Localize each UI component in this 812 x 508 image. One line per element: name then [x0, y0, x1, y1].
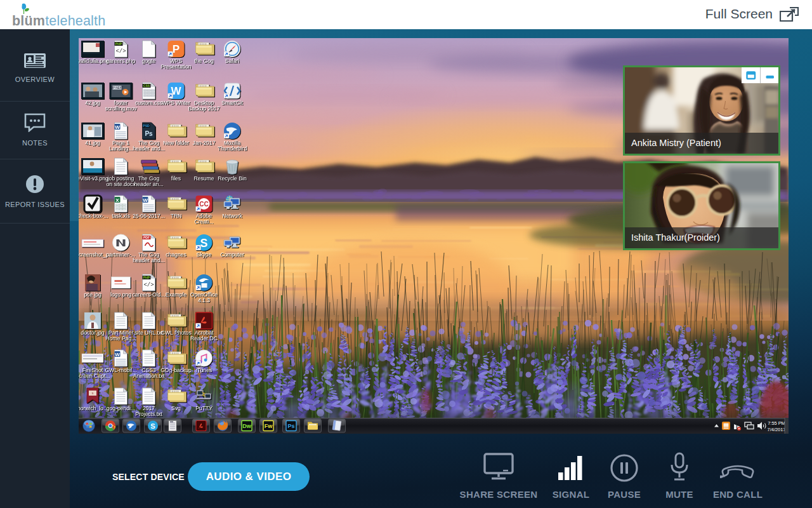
svg-text:Resume: Resume [194, 175, 214, 182]
svg-text:Dw: Dw [242, 423, 251, 429]
svg-text:Computer: Computer [220, 251, 244, 258]
svg-text:custom.css: custom.css [135, 100, 162, 106]
svg-text:PHP: PHP [143, 276, 150, 279]
svg-text:Thunderbird: Thunderbird [218, 145, 247, 152]
svg-text:Animation.txt: Animation.txt [133, 373, 165, 379]
svg-text:Projects.txt: Projects.txt [135, 411, 162, 417]
svg-text:Reader DC: Reader DC [190, 335, 218, 342]
svg-text:pce.jpg: pce.jpg [84, 291, 102, 298]
svg-text:careers.php: careers.php [107, 58, 136, 64]
svg-text:header and...: header and... [133, 145, 165, 152]
svg-text:gog-pendi...: gog-pendi... [107, 405, 135, 411]
svg-text:Home Pag...: Home Pag... [106, 335, 136, 342]
svg-text:PHP: PHP [115, 42, 122, 46]
svg-text:site URL.txt: site URL.txt [134, 330, 163, 336]
svg-text:Creati...: Creati... [194, 218, 213, 225]
svg-text:41.jpg: 41.jpg [85, 140, 100, 146]
svg-text:W: W [115, 352, 120, 358]
svg-text:Example: Example [166, 291, 187, 298]
svg-text:New folder: New folder [163, 140, 189, 146]
svg-text:Recycle Bin: Recycle Bin [218, 175, 247, 182]
svg-text:Network: Network [222, 213, 242, 219]
svg-text:GWL-mobil...: GWL-mobil... [105, 367, 136, 373]
svg-text:chagnes: chagnes [166, 251, 187, 258]
svg-text:header an...: header an... [134, 181, 164, 187]
svg-text:Screen Capt...: Screen Capt... [79, 373, 110, 379]
svg-text:X: X [115, 197, 119, 203]
svg-text:Landing...: Landing... [109, 145, 133, 152]
svg-text:Backup 2017: Backup 2017 [188, 105, 219, 112]
svg-text:WPS Writer: WPS Writer [162, 100, 190, 106]
svg-text:Screenshot_...: Screenshot_... [79, 251, 110, 258]
svg-text:SmartGit: SmartGit [221, 100, 244, 106]
svg-text:42.jpg: 42.jpg [85, 100, 100, 106]
svg-text:GOg-backup: GOg-backup [160, 367, 192, 373]
svg-text:W: W [143, 197, 148, 203]
svg-text:Presentation: Presentation [160, 64, 191, 70]
svg-text:4.1.3: 4.1.3 [198, 297, 210, 304]
svg-text:doctor.jpg: doctor.jpg [81, 330, 104, 336]
svg-text:S: S [150, 422, 155, 430]
svg-text:S: S [200, 237, 207, 250]
svg-text:partminer-...: partminer-... [106, 251, 135, 258]
svg-text:Skype: Skype [197, 251, 212, 258]
svg-text:logo.png: logo.png [110, 291, 131, 298]
svg-text:header and...: header and... [133, 257, 165, 264]
svg-text:PSD: PSD [143, 124, 150, 128]
svg-text:wallclulia.png: wallclulia.png [79, 58, 109, 64]
svg-text:the Gog: the Gog [194, 58, 214, 64]
svg-text:7:55 PM: 7:55 PM [768, 420, 785, 426]
svg-text:CC: CC [199, 201, 208, 208]
svg-text:CSS: CSS [143, 84, 150, 88]
svg-text:UP NEXT: UP NEXT [111, 86, 124, 90]
svg-text:Ps: Ps [145, 130, 153, 137]
svg-text:eVisit-v3.png: eVisit-v3.png [79, 175, 108, 182]
svg-text:PDF: PDF [143, 236, 150, 239]
svg-text:norwich_lo...: norwich_lo... [79, 405, 108, 411]
svg-text:26-06-2017...: 26-06-2017... [133, 213, 165, 219]
svg-text:N: N [92, 392, 94, 395]
svg-text:check-box-...: check-box-... [79, 213, 108, 219]
svg-text:Jan-2017: Jan-2017 [193, 140, 216, 146]
svg-text:PuTTY: PuTTY [195, 405, 213, 411]
svg-text:gogte: gogte [142, 58, 156, 64]
svg-text:scrolling.mov: scrolling.mov [105, 105, 137, 112]
svg-text:Svg: Svg [171, 405, 181, 411]
svg-text:task.xls: task.xls [112, 213, 130, 219]
svg-text:7/4/2017: 7/4/2017 [768, 427, 786, 432]
svg-text:Ps: Ps [287, 423, 294, 429]
svg-text:GWL Photos: GWL Photos [160, 330, 191, 336]
svg-text:P: P [173, 43, 180, 55]
svg-text:on site.docx: on site.docx [107, 181, 136, 187]
svg-text:</>: </> [115, 48, 126, 55]
svg-text:</>: </> [143, 282, 154, 288]
svg-text:W: W [115, 124, 120, 130]
svg-text:iTunes: iTunes [196, 367, 212, 373]
svg-text:Fw: Fw [265, 423, 273, 429]
svg-text:files: files [171, 175, 181, 182]
svg-text:Safari: Safari [225, 58, 240, 64]
svg-text:careers-Old...: careers-Old... [132, 291, 165, 298]
svg-text:TRN: TRN [171, 213, 182, 219]
